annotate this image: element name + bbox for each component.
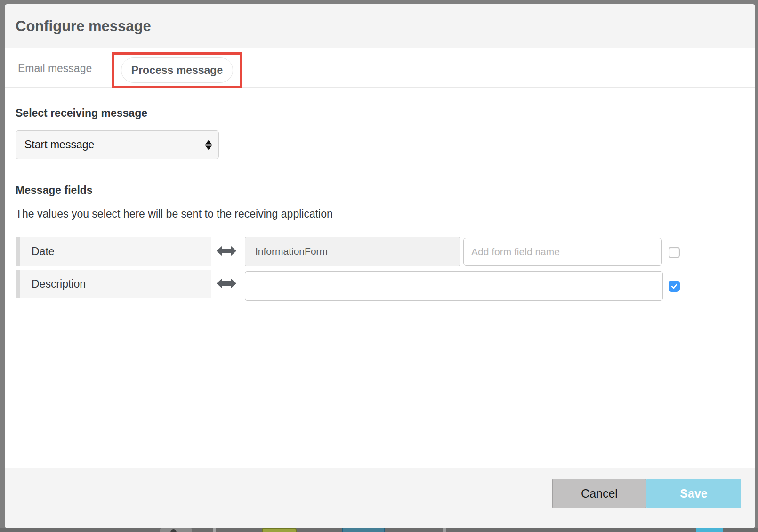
mapped-form-select[interactable]: InformationForm	[245, 237, 460, 266]
field-label: Description	[32, 278, 86, 290]
tab-bar: Email message Process message	[5, 49, 755, 88]
checkmark-icon	[669, 282, 679, 291]
background-diagram-line	[213, 528, 216, 532]
drag-handle[interactable]	[16, 237, 20, 266]
mapped-form-value: InformationForm	[255, 246, 328, 257]
mapping-arrow-icon	[216, 276, 237, 290]
dialog-title: Configure message	[16, 18, 151, 35]
save-button[interactable]: Save	[646, 479, 741, 508]
select-arrows-icon	[205, 140, 212, 150]
receiving-message-selected-value: Start message	[24, 138, 94, 151]
screen: Configure message Email message Process …	[0, 0, 758, 532]
drag-handle[interactable]	[16, 270, 20, 298]
message-fields-heading: Message fields	[16, 184, 93, 197]
field-row-label-description: Description	[16, 270, 211, 298]
mapping-arrow-icon	[216, 244, 237, 258]
form-field-name-input[interactable]	[463, 238, 662, 266]
receiving-message-heading: Select receiving message	[16, 107, 147, 120]
description-value-input[interactable]	[245, 271, 663, 301]
tab-process-message[interactable]: Process message	[121, 57, 233, 83]
field-label: Date	[32, 245, 55, 258]
cancel-button[interactable]: Cancel	[552, 479, 646, 508]
background-diagram-gateway	[262, 528, 297, 532]
background-diagram-node	[342, 528, 385, 532]
annotation-highlight-box: Process message	[112, 52, 242, 88]
background-diagram-marker	[170, 529, 177, 532]
receiving-message-select[interactable]: Start message	[16, 130, 219, 159]
dialog-footer: Cancel Save	[5, 468, 755, 528]
configure-message-dialog: Configure message Email message Process …	[5, 4, 755, 528]
field-checkbox-date[interactable]	[669, 247, 680, 258]
background-diagram-line	[443, 528, 446, 532]
field-row-label-date: Date	[16, 237, 211, 266]
background-diagram-node	[696, 528, 723, 532]
message-fields-description: The values you select here will be sent …	[16, 208, 333, 220]
field-checkbox-description[interactable]	[669, 281, 680, 292]
dialog-header: Configure message	[5, 4, 755, 48]
tab-email-message[interactable]: Email message	[18, 49, 92, 88]
